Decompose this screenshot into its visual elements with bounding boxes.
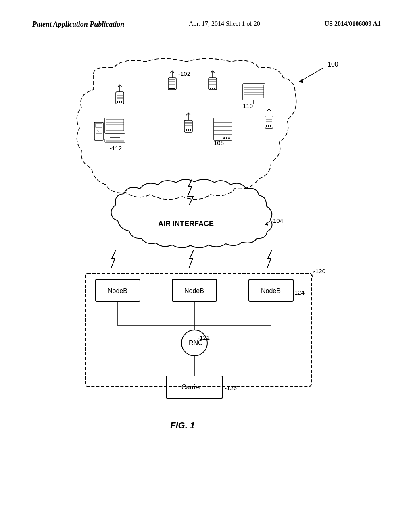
- air-interface-cloud: [111, 179, 272, 248]
- pc-device: [243, 84, 265, 104]
- fig-label: FIG. 1: [170, 420, 195, 430]
- lightning-center: [189, 250, 194, 268]
- lightning-ue-to-cloud: [188, 179, 193, 205]
- svg-rect-11: [119, 101, 120, 102]
- svg-rect-61: [188, 129, 189, 130]
- svg-rect-25: [171, 87, 173, 87]
- svg-rect-65: [190, 130, 191, 131]
- svg-rect-86: [268, 126, 269, 127]
- svg-rect-10: [117, 101, 118, 102]
- ref122-label: -122: [198, 334, 210, 341]
- svg-rect-85: [266, 126, 267, 127]
- ref100-label: 100: [327, 61, 338, 68]
- svg-rect-13: [117, 102, 118, 103]
- svg-rect-63: [186, 130, 187, 131]
- svg-rect-93: [106, 119, 124, 131]
- nodeb1-label: NodeB: [108, 287, 127, 294]
- air-interface-text: AIR INTERFACE: [158, 220, 214, 228]
- svg-line-104: [312, 272, 313, 277]
- desktop-device: [94, 118, 125, 142]
- svg-rect-64: [188, 130, 189, 131]
- server-device: [214, 118, 232, 140]
- svg-rect-29: [173, 88, 175, 89]
- date-sheet-label: Apr. 17, 2014 Sheet 1 of 20: [189, 20, 260, 27]
- svg-line-0: [299, 68, 323, 82]
- svg-rect-15: [121, 102, 122, 103]
- svg-point-71: [228, 137, 230, 139]
- ref102-label: -102: [178, 70, 190, 77]
- ref108-label: 108: [214, 139, 224, 146]
- ref110-label: 110: [243, 102, 253, 109]
- svg-rect-92: [105, 118, 125, 133]
- svg-point-73: [223, 137, 225, 139]
- ue-device-1: [116, 85, 124, 104]
- lightning-left: [111, 250, 116, 268]
- svg-rect-28: [171, 88, 173, 89]
- svg-rect-62: [190, 129, 191, 130]
- svg-rect-14: [119, 102, 120, 103]
- svg-rect-84: [270, 125, 271, 126]
- svg-rect-87: [270, 126, 271, 127]
- ue-device-right: [265, 109, 273, 128]
- diagram-area: 100: [0, 37, 413, 497]
- ref124-label: 124: [294, 289, 305, 296]
- svg-rect-66: [214, 118, 232, 140]
- svg-point-90: [98, 129, 100, 131]
- ue-device-center: [184, 113, 192, 132]
- svg-rect-40: [214, 87, 215, 87]
- svg-rect-12: [121, 101, 122, 102]
- ue-boundary: [77, 59, 296, 200]
- svg-rect-82: [266, 125, 267, 126]
- carrier-label: Carrier: [181, 384, 202, 391]
- fig1-diagram: 100: [33, 46, 380, 489]
- svg-rect-45: [244, 85, 264, 98]
- ref126-label: -126: [225, 384, 237, 391]
- svg-rect-60: [186, 129, 187, 130]
- svg-rect-83: [268, 125, 269, 126]
- svg-marker-1: [299, 79, 303, 83]
- svg-rect-38: [210, 87, 211, 87]
- svg-rect-99: [105, 139, 125, 142]
- svg-rect-44: [243, 84, 265, 100]
- nodeb3-label: NodeB: [261, 287, 281, 294]
- ue-device-3: [209, 71, 217, 90]
- ref120-label: -120: [313, 268, 325, 274]
- page-header: Patent Application Publication Apr. 17, …: [0, 0, 413, 37]
- nodeb2-label: NodeB: [184, 287, 204, 294]
- svg-rect-42: [212, 88, 213, 89]
- lightning-right: [267, 250, 272, 268]
- svg-point-72: [226, 137, 227, 139]
- ue-device-2: [168, 71, 176, 90]
- svg-rect-43: [214, 88, 215, 89]
- svg-rect-39: [212, 87, 213, 87]
- svg-rect-24: [169, 87, 171, 87]
- ref112-label: -112: [110, 145, 122, 152]
- svg-rect-27: [169, 88, 171, 89]
- patent-page: Patent Application Publication Apr. 17, …: [0, 0, 413, 532]
- svg-rect-26: [173, 87, 175, 87]
- svg-rect-41: [210, 88, 211, 89]
- publication-label: Patent Application Publication: [32, 20, 124, 29]
- patent-number-label: US 2014/0106809 A1: [324, 20, 381, 27]
- ref104-label: -104: [271, 217, 283, 224]
- svg-rect-89: [96, 123, 102, 127]
